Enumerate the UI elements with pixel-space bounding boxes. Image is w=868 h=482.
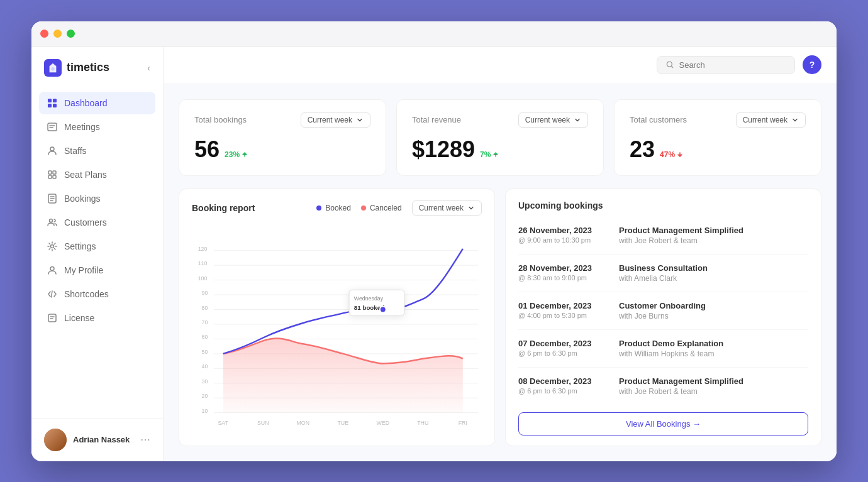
content-area: Total bookings Current week 56 23% <box>164 84 837 461</box>
sidebar-item-meetings[interactable]: Meetings <box>39 116 155 138</box>
stat-title: Total customers <box>630 115 687 124</box>
booking-date-time: @ 6 pm to 6:30 pm <box>518 387 606 395</box>
sidebar-item-license[interactable]: License <box>39 307 155 329</box>
upcoming-panel-header: Upcoming bookings <box>506 189 821 217</box>
stat-card-header: Total bookings Current week <box>194 112 370 128</box>
stat-value-customers: 23 47% <box>630 136 806 163</box>
svg-rect-9 <box>48 175 52 178</box>
stat-title: Total revenue <box>412 115 461 124</box>
sidebar-item-label: License <box>64 313 94 323</box>
booking-list: 26 November, 2023 @ 9:00 am to 10:30 pm … <box>506 217 821 405</box>
svg-rect-48 <box>349 290 404 315</box>
stat-filter-revenue[interactable]: Current week <box>518 112 588 128</box>
booking-date: 28 November, 2023 @ 8:30 am to 9:00 pm <box>518 263 606 282</box>
stat-filter-customers[interactable]: Current week <box>736 112 806 128</box>
booking-item: 28 November, 2023 @ 8:30 am to 9:00 pm B… <box>518 255 808 292</box>
user-menu-button[interactable]: ⋯ <box>140 434 150 446</box>
chart-filter[interactable]: Current week <box>412 200 482 216</box>
svg-point-6 <box>50 147 54 151</box>
svg-text:30: 30 <box>202 378 208 384</box>
minimize-button[interactable] <box>53 30 62 38</box>
main-content: ? Total bookings Current week <box>164 47 837 461</box>
sidebar-item-label: Dashboard <box>64 98 108 108</box>
bottom-panels: Booking report Booked Canceled <box>179 189 821 446</box>
booking-report-panel: Booking report Booked Canceled <box>179 189 495 446</box>
booking-event-title: Product Management Simplified <box>619 226 743 235</box>
booking-date-time: @ 9:00 am to 10:30 pm <box>518 236 606 244</box>
app-window: timetics ‹ Dashboard <box>31 21 837 461</box>
sidebar-collapse-button[interactable]: ‹ <box>147 63 150 73</box>
maximize-button[interactable] <box>67 30 75 38</box>
booking-info: Product Management Simplified with Joe R… <box>619 226 743 245</box>
chart-legend: Booked Canceled Current week <box>316 200 482 216</box>
svg-rect-7 <box>48 171 52 174</box>
svg-point-12 <box>50 219 53 222</box>
booking-info: Business Consultation with Amelia Clark <box>619 263 708 283</box>
booking-info: Product Demo Explanation with William Ho… <box>619 339 723 358</box>
customers-icon <box>47 217 58 228</box>
seat-plans-icon <box>47 169 58 180</box>
booking-item: 26 November, 2023 @ 9:00 am to 10:30 pm … <box>518 217 808 255</box>
svg-text:100: 100 <box>198 275 208 281</box>
svg-text:80: 80 <box>202 304 208 310</box>
upcoming-bookings-panel: Upcoming bookings 26 November, 2023 @ 9:… <box>505 189 821 446</box>
help-button[interactable]: ? <box>803 55 821 74</box>
panel-title: Booking report <box>192 203 255 213</box>
booking-info: Product Management Simplified with Joe R… <box>619 376 743 396</box>
sidebar-item-my-profile[interactable]: My Profile <box>39 259 155 282</box>
sidebar-item-label: Seat Plans <box>64 170 107 180</box>
sidebar-item-label: Meetings <box>64 122 100 132</box>
booking-item: 08 December, 2023 @ 6 pm to 6:30 pm Prod… <box>518 368 808 405</box>
sidebar-item-label: Customers <box>64 217 107 227</box>
search-input[interactable] <box>679 60 786 70</box>
user-name: Adrian Nassek <box>73 435 134 444</box>
sidebar-item-settings[interactable]: Settings <box>39 235 155 258</box>
bookings-icon <box>47 193 58 204</box>
sidebar-item-label: Shortcodes <box>64 289 109 299</box>
booking-date-main: 08 December, 2023 <box>518 376 606 386</box>
close-button[interactable] <box>40 30 48 38</box>
sidebar-item-label: Bookings <box>64 194 101 204</box>
booking-date-main: 26 November, 2023 <box>518 226 606 235</box>
svg-text:120: 120 <box>198 245 208 251</box>
svg-point-13 <box>51 244 54 248</box>
sidebar: timetics ‹ Dashboard <box>31 47 164 461</box>
booking-event-title: Customer Onboarding <box>619 301 706 310</box>
svg-rect-4 <box>53 104 57 107</box>
stat-filter-bookings[interactable]: Current week <box>301 112 370 128</box>
svg-text:TUE: TUE <box>337 420 348 425</box>
svg-text:50: 50 <box>202 348 208 354</box>
booking-event-title: Product Demo Explanation <box>619 339 723 348</box>
meetings-icon <box>47 121 58 133</box>
booking-event-sub: with Joe Burns <box>619 312 706 320</box>
search-box[interactable] <box>657 56 795 74</box>
svg-text:60: 60 <box>202 334 208 340</box>
booking-event-sub: with Joe Robert & team <box>619 387 743 396</box>
svg-text:FRI: FRI <box>459 420 467 425</box>
booking-date-main: 28 November, 2023 <box>518 263 606 273</box>
svg-rect-1 <box>48 99 52 102</box>
logo-text: timetics <box>67 61 109 74</box>
stat-card-revenue: Total revenue Current week $1289 7% <box>396 99 604 176</box>
sidebar-item-seat-plans[interactable]: Seat Plans <box>39 163 155 186</box>
svg-text:70: 70 <box>202 319 208 325</box>
dashboard-icon <box>47 97 58 109</box>
booking-event-title: Business Consultation <box>619 263 708 273</box>
panel-header: Booking report Booked Canceled <box>179 189 494 222</box>
booking-date-time: @ 4:00 pm to 5:30 pm <box>518 312 606 319</box>
sidebar-item-bookings[interactable]: Bookings <box>39 187 155 210</box>
canceled-dot <box>361 205 366 211</box>
stat-card-customers: Total customers Current week 23 47% <box>614 99 821 176</box>
sidebar-item-customers[interactable]: Customers <box>39 211 155 234</box>
booking-item: 07 December, 2023 @ 6 pm to 6:30 pm Prod… <box>518 330 808 368</box>
view-all-bookings-button[interactable]: View All Bookings → <box>518 412 808 435</box>
app-body: timetics ‹ Dashboard <box>31 47 837 461</box>
chart-container: 10 20 30 40 50 60 70 80 90 100 110 <box>179 222 494 435</box>
sidebar-item-dashboard[interactable]: Dashboard <box>39 92 155 114</box>
sidebar-item-shortcodes[interactable]: Shortcodes <box>39 283 155 305</box>
svg-text:MON: MON <box>297 420 310 425</box>
booking-event-sub: with Joe Robert & team <box>619 236 743 245</box>
svg-text:WED: WED <box>377 420 390 425</box>
sidebar-item-staffs[interactable]: Staffs <box>39 140 155 162</box>
my-profile-icon <box>47 265 58 276</box>
